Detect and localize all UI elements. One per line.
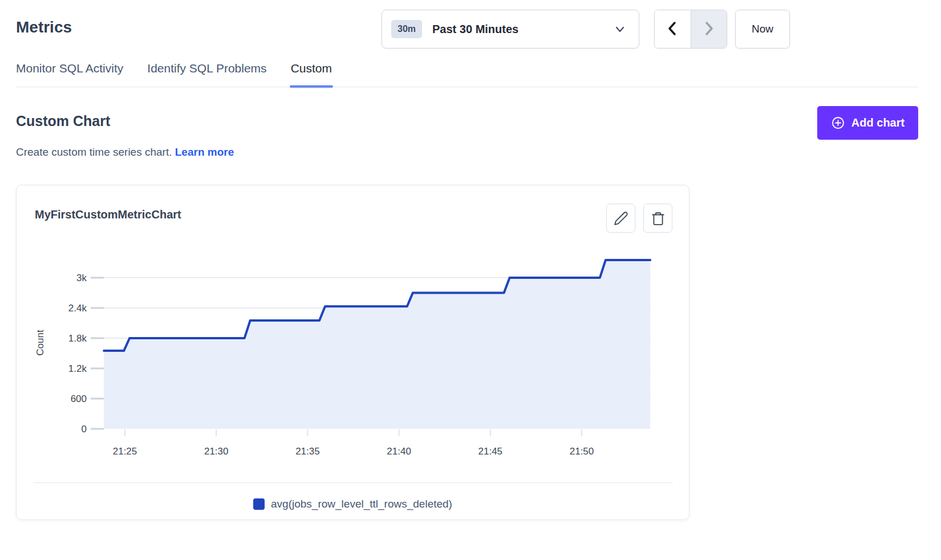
add-chart-button[interactable]: Add chart — [817, 106, 918, 140]
chevron-down-icon — [614, 23, 626, 35]
previous-range-button[interactable] — [655, 10, 691, 48]
section-subtitle: Create custom time series chart. Learn m… — [16, 146, 234, 159]
edit-chart-button[interactable] — [606, 204, 635, 233]
time-range-selector[interactable]: 30m Past 30 Minutes — [382, 10, 639, 48]
svg-text:1.8k: 1.8k — [68, 333, 87, 344]
svg-text:2.4k: 2.4k — [68, 303, 87, 314]
time-step-buttons — [654, 10, 727, 48]
chart-title: MyFirstCustomMetricChart — [35, 208, 181, 221]
custom-chart-card: MyFirstCustomMetricChart 06001.2k1.8k2.4… — [16, 185, 689, 520]
add-chart-label: Add chart — [851, 116, 905, 129]
pencil-icon — [614, 211, 628, 226]
now-button[interactable]: Now — [735, 10, 790, 48]
section-title: Custom Chart — [16, 113, 110, 129]
svg-text:0: 0 — [82, 424, 87, 435]
svg-text:21:50: 21:50 — [570, 446, 594, 457]
svg-text:21:45: 21:45 — [478, 446, 503, 457]
subtitle-text: Create custom time series chart. — [16, 146, 172, 158]
legend-swatch — [253, 498, 265, 510]
legend-label: avg(jobs_row_level_ttl_rows_deleted) — [271, 498, 452, 510]
chart-legend: avg(jobs_row_level_ttl_rows_deleted) — [17, 498, 689, 510]
next-range-button[interactable] — [691, 10, 727, 48]
svg-text:21:40: 21:40 — [387, 446, 411, 457]
chevron-left-icon — [666, 21, 679, 38]
svg-text:21:35: 21:35 — [295, 446, 320, 457]
svg-text:21:30: 21:30 — [204, 446, 229, 457]
tab-custom[interactable]: Custom — [291, 62, 332, 88]
trash-icon — [651, 211, 666, 226]
tab-bar: Monitor SQL Activity Identify SQL Proble… — [16, 62, 332, 88]
metrics-page: Metrics 30m Past 30 Minutes Now Monitor … — [0, 0, 941, 560]
delete-chart-button[interactable] — [643, 204, 672, 233]
svg-text:1.2k: 1.2k — [68, 363, 87, 374]
tab-divider — [16, 87, 918, 87]
time-series-chart[interactable]: 06001.2k1.8k2.4k3k21:2521:3021:3521:4021… — [34, 233, 673, 462]
svg-text:600: 600 — [71, 393, 87, 404]
learn-more-link[interactable]: Learn more — [175, 146, 234, 158]
time-range-label: Past 30 Minutes — [432, 23, 518, 36]
page-title: Metrics — [16, 18, 72, 36]
legend-divider — [34, 482, 673, 483]
svg-text:3k: 3k — [76, 273, 87, 283]
plus-circle-icon — [831, 116, 845, 130]
svg-text:21:25: 21:25 — [113, 446, 137, 457]
chevron-right-icon — [702, 21, 716, 38]
tab-monitor-sql-activity[interactable]: Monitor SQL Activity — [16, 62, 123, 88]
tab-identify-sql-problems[interactable]: Identify SQL Problems — [147, 62, 266, 88]
y-axis-label: Count — [35, 330, 46, 356]
time-range-badge: 30m — [391, 20, 422, 38]
